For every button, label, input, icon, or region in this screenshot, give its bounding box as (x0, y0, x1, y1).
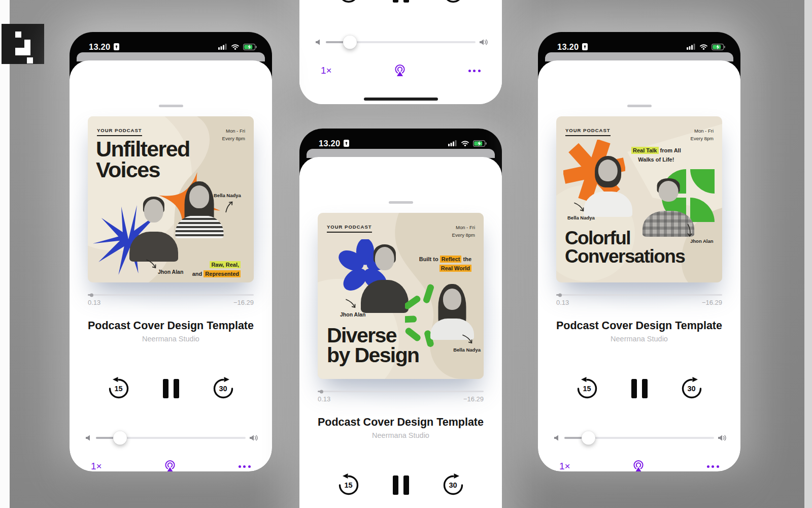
status-time: 13.20 (557, 42, 579, 52)
progress-bar[interactable] (88, 294, 254, 296)
arrow-to-bella-icon (223, 200, 236, 213)
phone-left: 13.20 (70, 32, 272, 471)
elapsed-time: 0.13 (88, 299, 100, 306)
home-indicator[interactable] (364, 98, 438, 101)
playback-controls: 15 30 (299, 0, 502, 5)
poster-title: Colorful Conversations (565, 229, 685, 265)
episode-author: Neermana Studio (538, 335, 740, 343)
pixel-logo-icon (2, 24, 44, 64)
battery-charging-icon (243, 44, 257, 50)
cellular-signal-icon (448, 140, 457, 146)
volume-max-icon (479, 39, 489, 46)
more-button[interactable] (239, 465, 251, 468)
cover-art-colorful: YOUR PODCAST Mon - FriEvery 8pm (556, 116, 722, 282)
volume-knob[interactable] (582, 431, 595, 445)
playback-speed-button[interactable]: 1× (559, 461, 570, 471)
lock-icon (343, 139, 350, 147)
airplay-button[interactable] (162, 459, 178, 471)
volume-knob[interactable] (343, 36, 357, 49)
sheet-drag-handle[interactable] (159, 105, 183, 107)
sheet-drag-handle[interactable] (627, 105, 652, 107)
volume-knob[interactable] (113, 431, 127, 445)
phone-top-partial: 15 30 (299, 0, 502, 104)
skip-back-15-button[interactable]: 15 (337, 473, 360, 497)
right-edge-strip (804, 0, 812, 508)
playback-controls: 15 30 (299, 473, 502, 497)
pause-button[interactable] (631, 379, 648, 398)
cover-schedule: Mon - FriEvery 8pm (691, 127, 714, 142)
pause-button[interactable] (393, 475, 409, 495)
skip-back-15-button[interactable]: 15 (337, 0, 360, 5)
phone-right: 13.20 (538, 32, 740, 471)
cover-schedule: Mon - FriEvery 8pm (222, 127, 245, 142)
status-bar: 13.20 (299, 137, 502, 150)
player-sheet: YOUR PODCAST Mon - FriEvery 8pm (299, 157, 502, 508)
status-bar: 13.20 (70, 40, 272, 53)
more-button[interactable] (707, 465, 719, 468)
player-sheet: YOUR PODCAST Mon - FriEvery 8pm (538, 60, 740, 471)
wifi-icon (461, 140, 469, 146)
brand-logo (2, 24, 44, 64)
airplay-button[interactable] (392, 63, 408, 78)
wifi-icon (231, 44, 240, 50)
sheet-drag-handle[interactable] (389, 201, 413, 204)
airplay-button[interactable] (631, 459, 646, 471)
guest-label-bella: Bella Nadya (453, 347, 481, 353)
remaining-time: −16.29 (463, 395, 484, 403)
cover-kicker: YOUR PODCAST (327, 224, 372, 233)
status-bar: 13.20 (538, 40, 740, 53)
pause-button[interactable] (393, 0, 409, 3)
cover-tagline: Built to Reflect the Real World (419, 255, 471, 273)
cover-tagline: Raw, Real, and Represented (192, 260, 241, 278)
progress-bar[interactable] (556, 294, 722, 296)
progress-playhead[interactable] (320, 390, 323, 393)
arrow-to-bella-icon (571, 200, 587, 215)
guest-label-jhon: Jhon Alan (158, 269, 183, 275)
more-icon (707, 465, 709, 468)
episode-title: Podcast Cover Design Template (538, 320, 740, 332)
volume-slider[interactable] (299, 35, 502, 49)
playback-speed-button[interactable]: 1× (321, 65, 332, 76)
secondary-controls: 1× (70, 459, 272, 471)
poster-title: Unfiltered Voices (96, 139, 190, 181)
volume-slider[interactable] (538, 431, 740, 445)
episode-title: Podcast Cover Design Template (70, 320, 272, 332)
battery-charging-icon (473, 140, 487, 147)
progress-bar[interactable] (318, 391, 484, 392)
pause-button[interactable] (163, 379, 179, 398)
guest-label-bella: Bella Nadya (567, 215, 595, 220)
progress-times: 0.13 −16.29 (556, 299, 722, 306)
progress-times: 0.13 −16.29 (318, 395, 484, 403)
playback-controls: 15 30 (70, 377, 272, 400)
progress-playhead[interactable] (90, 293, 93, 297)
volume-track[interactable] (96, 437, 246, 439)
pause-icon (163, 379, 168, 398)
arrow-to-jhon-icon (343, 296, 358, 311)
battery-charging-icon (712, 44, 725, 50)
guest-label-jhon: Jhon Alan (690, 238, 714, 244)
elapsed-time: 0.13 (318, 395, 330, 403)
volume-track[interactable] (564, 437, 714, 439)
progress-playhead[interactable] (558, 293, 562, 297)
volume-slider[interactable] (70, 431, 272, 445)
pause-icon (393, 0, 398, 3)
guest-photo-jhon (360, 244, 409, 313)
remaining-time: −16.29 (702, 299, 722, 306)
volume-track[interactable] (326, 41, 476, 43)
skip-back-15-button[interactable]: 15 (107, 377, 130, 400)
skip-forward-30-button[interactable]: 30 (680, 377, 703, 400)
skip-forward-30-button[interactable]: 30 (442, 473, 465, 497)
guest-label-jhon: Jhon Alan (340, 311, 365, 318)
more-icon (239, 465, 241, 468)
lock-icon (582, 43, 588, 51)
skip-back-15-button[interactable]: 15 (576, 377, 599, 400)
phone-middle: 13.20 (299, 129, 502, 508)
volume-max-icon (249, 434, 259, 441)
guest-photo-bella (584, 156, 632, 217)
cover-art-diverse: YOUR PODCAST Mon - FriEvery 8pm (318, 213, 484, 379)
skip-forward-30-button[interactable]: 30 (442, 0, 465, 5)
playback-speed-button[interactable]: 1× (91, 461, 102, 471)
skip-forward-30-button[interactable]: 30 (212, 377, 235, 400)
wifi-icon (699, 44, 708, 50)
more-button[interactable] (468, 70, 481, 72)
